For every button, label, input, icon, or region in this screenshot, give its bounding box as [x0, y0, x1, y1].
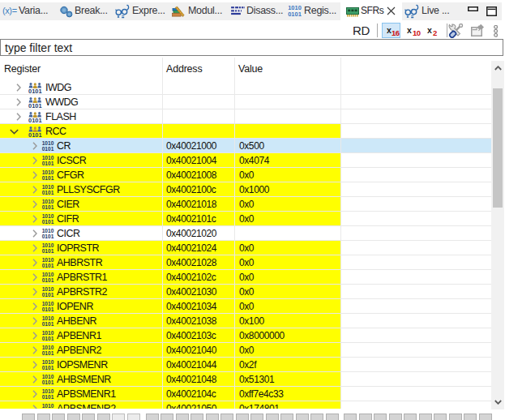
svg-text:0101: 0101 [42, 321, 54, 326]
svg-text:0101: 0101 [42, 394, 54, 399]
svg-text:0101: 0101 [42, 336, 54, 341]
svg-text:0101: 0101 [42, 365, 54, 370]
svg-text:0101: 0101 [42, 277, 54, 282]
svg-text:0101: 0101 [42, 292, 54, 297]
svg-text:0101: 0101 [42, 204, 54, 209]
svg-text:0101: 0101 [42, 146, 54, 151]
svg-text:0101: 0101 [42, 263, 54, 268]
svg-text:0101: 0101 [28, 131, 41, 138]
svg-text:0101: 0101 [42, 175, 54, 180]
svg-text:0101: 0101 [28, 117, 41, 123]
svg-text:0101: 0101 [28, 88, 41, 94]
svg-text:0101: 0101 [42, 234, 54, 238]
svg-text:0101: 0101 [42, 379, 54, 384]
svg-text:0101: 0101 [42, 306, 54, 311]
svg-text:0101: 0101 [42, 350, 54, 355]
svg-text:0101: 0101 [42, 219, 54, 224]
svg-text:0101: 0101 [42, 190, 54, 195]
svg-text:0101: 0101 [42, 248, 54, 253]
svg-text:0101: 0101 [28, 102, 41, 109]
svg-text:0101: 0101 [42, 161, 54, 165]
svg-text:0101: 0101 [288, 11, 302, 17]
